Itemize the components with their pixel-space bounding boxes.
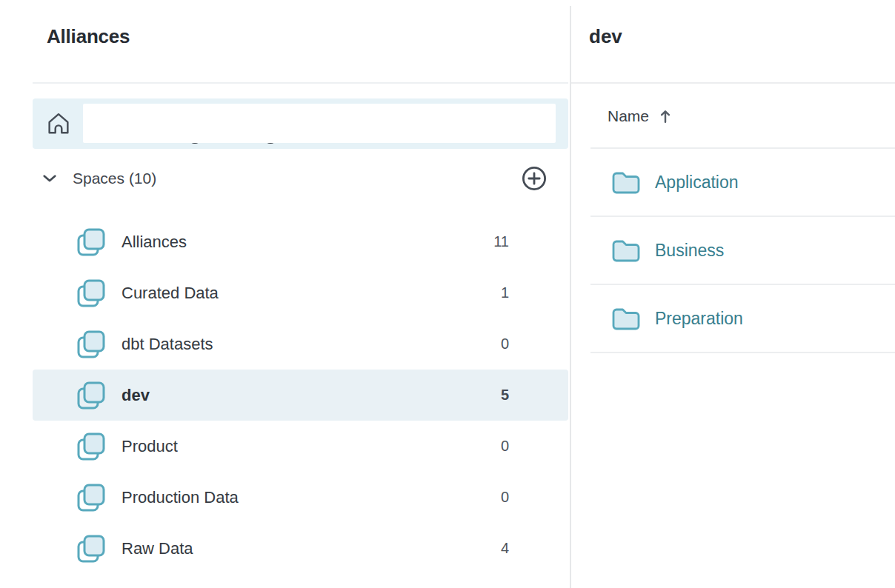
add-space-button[interactable] xyxy=(521,165,548,192)
space-icon xyxy=(75,328,107,361)
space-count: 0 xyxy=(501,438,509,455)
space-icon xyxy=(75,481,107,514)
space-count: 11 xyxy=(493,233,509,250)
sidebar: Alliances Spaces (10) xyxy=(0,0,570,588)
space-name: Production Data xyxy=(122,488,239,507)
page-title: dev xyxy=(589,25,622,48)
space-row-dev[interactable]: dev 5 xyxy=(33,370,568,421)
space-row-dbt-datasets[interactable]: dbt Datasets 0 xyxy=(33,318,568,370)
sidebar-title: Alliances xyxy=(47,25,130,48)
folder-row-business[interactable]: Business xyxy=(590,217,895,285)
column-label: Name xyxy=(608,107,649,125)
space-name: Alliances xyxy=(122,233,187,252)
space-count: 0 xyxy=(501,489,509,506)
spaces-section-header: Spaces (10) xyxy=(33,156,568,201)
content-divider xyxy=(571,82,895,84)
redacted-label-overlay xyxy=(83,104,556,143)
spaces-list: Alliances 11 Curated Data 1 dbt Datasets… xyxy=(33,216,568,574)
folder-link[interactable]: Business xyxy=(655,241,724,261)
sidebar-divider xyxy=(33,82,568,84)
space-icon xyxy=(75,226,107,258)
column-header-name[interactable]: Name xyxy=(608,101,671,132)
home-icon xyxy=(44,110,73,138)
folder-row-application[interactable]: Application xyxy=(590,149,895,217)
space-icon xyxy=(75,379,107,412)
space-icon xyxy=(75,430,107,463)
space-count: 1 xyxy=(501,284,509,301)
space-row-alliances[interactable]: Alliances 11 xyxy=(33,216,568,267)
space-row-production-data[interactable]: Production Data 0 xyxy=(33,472,568,523)
folder-icon xyxy=(611,238,641,263)
space-row-raw-data[interactable]: Raw Data 4 xyxy=(33,523,568,574)
spaces-section-label: Spaces (10) xyxy=(73,170,156,187)
chevron-down-icon[interactable] xyxy=(43,175,56,182)
folder-list: Application Business Preparation xyxy=(590,149,895,353)
space-icon xyxy=(75,532,107,565)
space-count: 0 xyxy=(501,335,509,353)
folder-icon xyxy=(611,306,641,331)
space-row-curated-data[interactable]: Curated Data 1 xyxy=(33,267,568,318)
space-name: dbt Datasets xyxy=(122,335,213,354)
folder-link[interactable]: Preparation xyxy=(655,309,743,329)
space-count: 5 xyxy=(501,387,509,404)
app-window: Alliances Spaces (10) xyxy=(0,0,895,588)
arrow-up-icon xyxy=(659,109,671,124)
folder-icon xyxy=(611,170,641,195)
home-row[interactable] xyxy=(33,98,568,149)
folder-link[interactable]: Application xyxy=(655,173,739,193)
space-name: Raw Data xyxy=(122,539,193,558)
space-name: Curated Data xyxy=(122,284,219,303)
content-panel: dev Name Application Busine xyxy=(571,0,895,588)
folder-row-preparation[interactable]: Preparation xyxy=(590,285,895,353)
space-icon xyxy=(75,277,107,310)
space-name: dev xyxy=(122,386,150,405)
space-name: Product xyxy=(122,437,178,456)
plus-circle-icon xyxy=(521,165,548,192)
space-row-product[interactable]: Product 0 xyxy=(33,421,568,472)
space-count: 4 xyxy=(501,540,509,557)
